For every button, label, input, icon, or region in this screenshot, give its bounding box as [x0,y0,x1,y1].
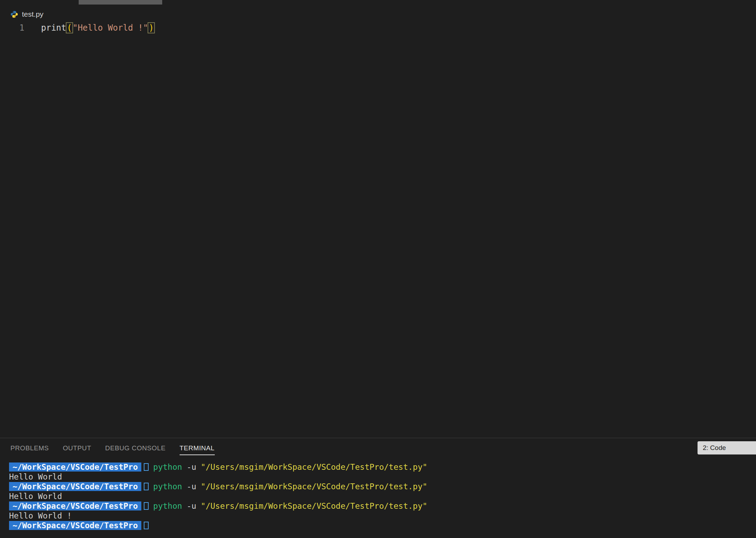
prompt-missing-glyph-icon [144,463,149,471]
terminal-command-row: ~/WorkSpace/VSCode/TestPro python -u "/U… [9,462,753,472]
command-path: "/Users/msgim/WorkSpace/VSCode/TestPro/t… [201,501,427,511]
terminal-output[interactable]: ~/WorkSpace/VSCode/TestPro python -u "/U… [9,462,753,530]
file-tab-testpy[interactable]: test.py [10,8,44,20]
file-tab-label: test.py [22,10,44,18]
command-program: python [153,482,182,491]
terminal-picker-select[interactable]: 2: Code [698,441,756,454]
command-path: "/Users/msgim/WorkSpace/VSCode/TestPro/t… [201,482,427,491]
terminal-command-row: ~/WorkSpace/VSCode/TestPro python -u "/U… [9,482,753,491]
line-number: 1 [0,23,24,33]
panel-tab-bar: PROBLEMS OUTPUT DEBUG CONSOLE TERMINAL [10,438,215,458]
terminal-cursor [144,522,149,529]
token-string: "Hello World !" [73,23,148,33]
panel-tab-output[interactable]: OUTPUT [63,441,91,455]
panel-tab-problems[interactable]: PROBLEMS [10,441,49,455]
command-flag: -u [187,501,196,511]
prompt-missing-glyph-icon [144,483,149,490]
output-text: Hello World [9,472,62,481]
token-paren-close: ) [148,22,155,33]
editor-area[interactable]: test.py 1 print("Hello World !") [0,0,756,438]
panel-tab-terminal[interactable]: TERMINAL [180,441,215,455]
terminal-prompt-row: ~/WorkSpace/VSCode/TestPro [9,521,753,530]
token-paren-open: ( [66,22,73,33]
panel-tab-debug-console[interactable]: DEBUG CONSOLE [105,441,166,455]
command-path: "/Users/msgim/WorkSpace/VSCode/TestPro/t… [201,462,427,472]
output-text: Hello World [9,492,62,501]
terminal-prompt: ~/WorkSpace/VSCode/TestPro [9,462,141,472]
terminal-output-row: Hello World [9,472,753,482]
terminal-prompt: ~/WorkSpace/VSCode/TestPro [9,521,141,530]
command-program: python [153,462,182,472]
command-flag: -u [187,462,196,472]
output-text: Hello World ! [9,511,72,520]
terminal-output-row: Hello World ! [9,511,753,521]
top-scrollbar-thumb[interactable] [79,0,162,5]
vscode-window: test.py 1 print("Hello World !") PROBLEM… [0,0,756,538]
python-icon [10,10,18,18]
terminal-command-row: ~/WorkSpace/VSCode/TestPro python -u "/U… [9,501,753,511]
command-flag: -u [187,482,196,491]
bottom-panel: PROBLEMS OUTPUT DEBUG CONSOLE TERMINAL 2… [0,438,756,538]
terminal-output-row: Hello World [9,491,753,501]
prompt-missing-glyph-icon [144,502,149,510]
terminal-prompt: ~/WorkSpace/VSCode/TestPro [9,482,141,491]
token-function: print [41,23,66,33]
code-line-1[interactable]: 1 print("Hello World !") [0,22,155,34]
command-program: python [153,501,182,511]
terminal-prompt: ~/WorkSpace/VSCode/TestPro [9,501,141,511]
code-text: print("Hello World !") [41,23,155,33]
